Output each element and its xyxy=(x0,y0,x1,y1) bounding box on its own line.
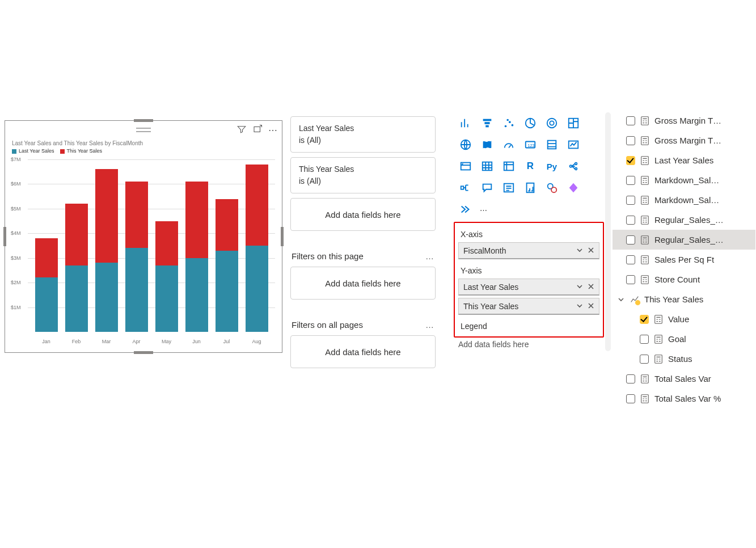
python-visual-icon[interactable]: Py xyxy=(543,158,560,175)
field-label: Last Year Sales xyxy=(654,155,713,165)
chevron-down-icon[interactable] xyxy=(576,283,583,292)
resize-handle-right[interactable] xyxy=(281,227,284,246)
filter-state: is (All) xyxy=(299,134,427,146)
legend-item-this-year: This Year Sales xyxy=(67,148,103,154)
treemap-icon[interactable] xyxy=(565,115,582,132)
field-value[interactable]: Value xyxy=(613,309,755,329)
resize-handle-top[interactable] xyxy=(134,119,153,122)
svg-point-21 xyxy=(575,163,577,165)
filters-all-heading: Filters on all pages xyxy=(292,320,363,330)
svg-rect-23 xyxy=(461,186,464,189)
visualizations-pane: 123 R Py ⋯ X-axis FiscalMonth xyxy=(454,112,604,351)
field-total-sales-var[interactable]: Total Sales Var xyxy=(613,369,755,389)
field-regular-sales2[interactable]: Regular_Sales_… xyxy=(613,230,755,250)
scatter-chart-icon[interactable] xyxy=(500,115,517,132)
field-label: Sales Per Sq Ft xyxy=(654,255,714,264)
field-goal[interactable]: Goal xyxy=(613,329,755,349)
checkbox-checked[interactable] xyxy=(640,315,649,324)
viz-scrollbar[interactable] xyxy=(605,112,611,351)
donut-chart-icon[interactable] xyxy=(543,115,560,132)
filters-page-more-icon[interactable]: … xyxy=(425,251,436,261)
paginated-report-icon[interactable] xyxy=(522,179,539,196)
pie-chart-icon[interactable] xyxy=(522,115,539,132)
measure-icon xyxy=(640,195,650,205)
measure-icon xyxy=(640,116,650,126)
power-automate-icon[interactable] xyxy=(459,203,472,217)
measure-icon xyxy=(640,235,650,245)
get-more-visuals-icon[interactable]: ⋯ xyxy=(480,206,489,214)
matrix-icon[interactable] xyxy=(500,158,517,175)
field-total-sales-var-pct[interactable]: Total Sales Var % xyxy=(613,389,755,408)
card-icon[interactable]: 123 xyxy=(522,136,539,153)
power-apps-icon[interactable] xyxy=(565,179,582,196)
field-label: Store Count xyxy=(654,275,700,284)
qa-visual-icon[interactable] xyxy=(479,179,496,196)
field-last-year-sales[interactable]: Last Year Sales xyxy=(613,150,755,170)
chart-visual[interactable]: ⋯ Last Year Sales and This Year Sales by… xyxy=(5,120,282,353)
field-markdown-sal2[interactable]: Markdown_Sal… xyxy=(613,190,755,210)
resize-handle-bottom[interactable] xyxy=(134,351,153,354)
field-label: Markdown_Sal… xyxy=(654,175,719,185)
key-influencers-icon[interactable] xyxy=(565,158,582,175)
filter-icon[interactable] xyxy=(236,124,247,136)
field-store-count[interactable]: Store Count xyxy=(613,269,755,289)
field-label: Gross Margin T… xyxy=(654,116,721,125)
narrative-icon[interactable] xyxy=(500,179,517,196)
field-label: Total Sales Var % xyxy=(654,394,721,403)
field-sales-per-sqft[interactable]: Sales Per Sq Ft xyxy=(613,250,755,269)
field-this-year-sales-group[interactable]: This Year Sales xyxy=(613,289,755,309)
field-status[interactable]: Status xyxy=(613,349,755,369)
svg-rect-2 xyxy=(484,122,489,124)
kpi-icon[interactable] xyxy=(565,136,582,153)
gauge-icon[interactable] xyxy=(500,136,517,153)
legend-item-last-year: Last Year Sales xyxy=(19,148,54,154)
filter-card-last-year-sales[interactable]: Last Year Sales is (All) xyxy=(290,116,436,153)
xaxis-field-pill[interactable]: FiscalMonth xyxy=(458,242,599,259)
filled-map-icon[interactable] xyxy=(479,136,496,153)
svg-rect-35 xyxy=(641,255,649,263)
field-gross-margin-t2[interactable]: Gross Margin T… xyxy=(613,130,755,150)
pill-text: This Year Sales xyxy=(463,302,518,311)
xaxis-well-label: X-axis xyxy=(456,225,602,242)
arcgis-map-icon[interactable] xyxy=(543,179,560,196)
drag-handle-icon[interactable] xyxy=(132,128,155,132)
chevron-down-icon[interactable] xyxy=(576,302,583,311)
resize-handle-left[interactable] xyxy=(3,227,6,246)
field-gross-margin-t[interactable]: Gross Margin T… xyxy=(613,111,755,130)
funnel-chart-icon[interactable] xyxy=(479,115,496,132)
multi-row-card-icon[interactable] xyxy=(543,136,560,153)
page-filter-dropzone[interactable]: Add data fields here xyxy=(290,267,436,300)
checkbox-checked[interactable] xyxy=(626,156,635,165)
visual-filter-dropzone[interactable]: Add data fields here xyxy=(290,198,436,231)
filter-card-this-year-sales[interactable]: This Year Sales is (All) xyxy=(290,157,436,193)
svg-rect-3 xyxy=(485,125,489,128)
svg-point-27 xyxy=(551,187,556,192)
slicer-icon[interactable] xyxy=(457,158,474,175)
svg-rect-29 xyxy=(641,136,649,144)
svg-rect-31 xyxy=(641,176,649,184)
all-pages-filter-dropzone[interactable]: Add data fields here xyxy=(290,335,436,368)
column-chart-icon[interactable] xyxy=(457,115,474,132)
filters-all-more-icon[interactable]: … xyxy=(425,320,436,330)
remove-field-icon[interactable] xyxy=(588,246,594,255)
svg-rect-28 xyxy=(641,116,649,124)
legend-dropzone[interactable]: Add data fields here xyxy=(454,338,604,351)
chevron-down-icon[interactable] xyxy=(576,246,583,255)
chevron-down-icon[interactable] xyxy=(617,296,625,303)
field-regular-sales1[interactable]: Regular_Sales_… xyxy=(613,210,755,230)
svg-point-10 xyxy=(550,121,554,125)
focus-mode-icon[interactable] xyxy=(252,124,263,136)
more-options-icon[interactable]: ⋯ xyxy=(268,125,278,136)
r-visual-icon[interactable]: R xyxy=(522,158,539,175)
svg-point-22 xyxy=(575,168,577,170)
yaxis-field-pill-2[interactable]: This Year Sales xyxy=(458,298,599,315)
filter-name: Last Year Sales xyxy=(299,123,427,134)
remove-field-icon[interactable] xyxy=(588,302,594,311)
yaxis-field-pill-1[interactable]: Last Year Sales xyxy=(458,279,599,296)
remove-field-icon[interactable] xyxy=(588,283,594,292)
field-markdown-sal1[interactable]: Markdown_Sal… xyxy=(613,170,755,190)
decomposition-tree-icon[interactable] xyxy=(457,179,474,196)
table-icon[interactable] xyxy=(479,158,496,175)
chart-plot-area: $1M$2M$3M$4M$5M$6M$7MJanFebMarAprMayJunJ… xyxy=(28,159,275,332)
map-icon[interactable] xyxy=(457,136,474,153)
